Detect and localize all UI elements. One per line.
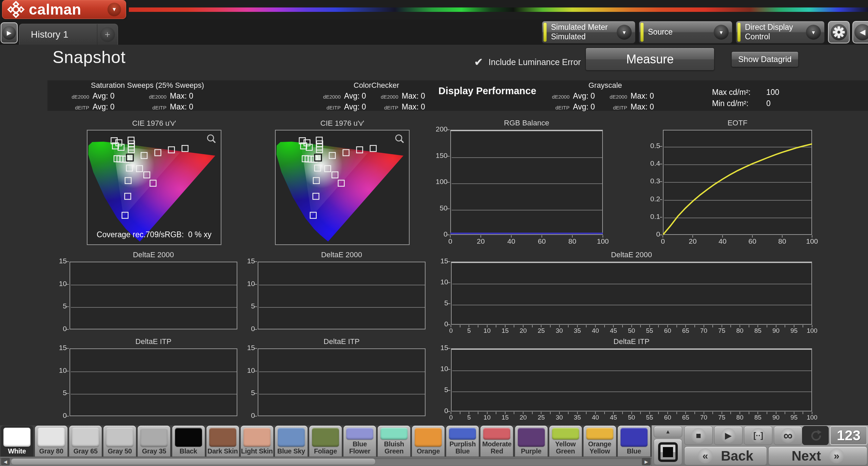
scroll-left-button[interactable]: ◀ bbox=[1, 458, 10, 465]
deitp_sat-ytick-label: 10 bbox=[51, 366, 67, 374]
step-range-button[interactable]: [··] bbox=[744, 426, 772, 445]
swatch-label: Blue Sky bbox=[277, 447, 305, 457]
zoom-icon[interactable] bbox=[208, 135, 215, 143]
swatch-tab-white[interactable]: White bbox=[1, 426, 33, 457]
pattern-window-icon bbox=[658, 442, 678, 462]
swatch-tab-black[interactable]: Black bbox=[172, 426, 205, 457]
de2000_gs-ytick-label: 5 bbox=[432, 299, 448, 307]
color-swatch bbox=[483, 428, 510, 440]
swatch-tab-light-skin[interactable]: Light Skin bbox=[241, 426, 273, 457]
loop-continuous-button[interactable]: ∞ bbox=[774, 426, 802, 445]
pattern-counter: 123 bbox=[830, 426, 867, 445]
stop-button[interactable]: ■ bbox=[684, 426, 713, 445]
color-swatch bbox=[140, 428, 167, 447]
swatch-label: Purple bbox=[520, 447, 541, 457]
swatch-tab-bluish-green[interactable]: Bluish Green bbox=[378, 426, 410, 457]
de2000_gs-xtick-label: 55 bbox=[639, 327, 660, 335]
eotf-ytick-label: 0.3 bbox=[644, 177, 660, 185]
swatch-tab-blue[interactable]: Blue bbox=[618, 426, 650, 457]
color-swatch bbox=[106, 428, 133, 447]
de2000_gs-xtick-label: 50 bbox=[622, 327, 642, 335]
de2000_cc-ytick-label: 10 bbox=[239, 280, 255, 288]
de2000_gs-ytick-label: 10 bbox=[432, 278, 448, 286]
rgb_balance-xtick-label: 100 bbox=[593, 237, 613, 245]
swatch-label: Gray 65 bbox=[73, 447, 98, 457]
deitp_gs-xtick-label: 100 bbox=[802, 414, 822, 421]
de2000_cc-plot bbox=[258, 262, 426, 329]
deitp_gs-xtick-label: 35 bbox=[567, 414, 588, 421]
swatch-tab-orange[interactable]: Orange bbox=[412, 426, 445, 457]
deitp_sat-plot bbox=[70, 348, 237, 416]
rgb_balance-ytick-label: 50 bbox=[431, 204, 448, 212]
swatch-label: Yellow Green bbox=[549, 440, 582, 457]
color-swatch bbox=[38, 428, 65, 447]
double-chevron-left-icon: « bbox=[703, 450, 708, 462]
de2000_gs-xtick-label: 70 bbox=[694, 327, 714, 335]
play-icon: ▶ bbox=[725, 430, 732, 441]
triangle-right-icon: ▶ bbox=[645, 459, 648, 464]
swatch-page-up-button[interactable]: ▲ bbox=[654, 426, 682, 438]
pattern-swatch-strip: WhiteGray 80Gray 65Gray 50Gray 35BlackDa… bbox=[0, 425, 652, 457]
cie1-canvas bbox=[87, 130, 221, 244]
deitp_gs-xtick-label: 20 bbox=[513, 414, 533, 421]
rgb_balance-xtick-label: 80 bbox=[562, 237, 583, 245]
eotf-ytick-label: 0.5 bbox=[644, 142, 660, 150]
deitp_gs-xtick-label: 75 bbox=[712, 414, 732, 421]
deitp_gs-xtick-label: 70 bbox=[694, 414, 714, 421]
color-swatch bbox=[620, 428, 648, 447]
swatch-tab-foliage[interactable]: Foliage bbox=[309, 426, 342, 457]
swatch-tab-yellow-green[interactable]: Yellow Green bbox=[549, 426, 582, 457]
swatch-tab-gray-80[interactable]: Gray 80 bbox=[35, 426, 67, 457]
pattern-window-button[interactable] bbox=[654, 439, 682, 465]
color-swatch bbox=[586, 428, 613, 440]
swatch-label: Gray 50 bbox=[107, 447, 132, 457]
deitp_gs-xtick-label: 5 bbox=[459, 414, 479, 421]
next-button[interactable]: Next » bbox=[768, 446, 867, 465]
swatch-label: Orange bbox=[416, 447, 440, 457]
de2000_gs-xtick-label: 65 bbox=[675, 327, 696, 335]
rgb_balance-xtick-label: 40 bbox=[501, 237, 521, 245]
swatch-tab-gray-50[interactable]: Gray 50 bbox=[103, 426, 136, 457]
cie1-plot bbox=[87, 130, 221, 245]
deitp_gs-xtick-label: 90 bbox=[766, 414, 786, 421]
color-swatch bbox=[449, 428, 476, 440]
charts-area: CIE 1976 u'v' bbox=[0, 0, 868, 466]
deitp_cc-ytick-label: 5 bbox=[239, 389, 255, 397]
swatch-tab-gray-65[interactable]: Gray 65 bbox=[69, 426, 102, 457]
scroll-right-button[interactable]: ▶ bbox=[642, 458, 651, 465]
swatch-tab-gray-35[interactable]: Gray 35 bbox=[138, 426, 170, 457]
deitp_sat-ytick-label: 0 bbox=[51, 411, 67, 420]
swatch-tab-blue-sky[interactable]: Blue Sky bbox=[275, 426, 308, 457]
eotf-ytick-label: 0.1 bbox=[644, 212, 660, 221]
refresh-button[interactable] bbox=[802, 426, 829, 445]
swatch-tab-purplish-blue[interactable]: Purplish Blue bbox=[446, 426, 479, 457]
swatch-tab-dark-skin[interactable]: Dark Skin bbox=[206, 426, 239, 457]
eotf-xtick-label: 80 bbox=[772, 237, 792, 245]
swatch-tab-purple[interactable]: Purple bbox=[515, 426, 548, 457]
deitp_gs-xtick-label: 30 bbox=[549, 414, 570, 421]
eotf-series bbox=[663, 130, 812, 235]
deitp_gs-ytick-label: 10 bbox=[432, 365, 448, 373]
zoom-icon[interactable] bbox=[396, 135, 403, 143]
next-button-label: Next bbox=[792, 448, 821, 464]
rgb_balance-ytick-label: 200 bbox=[431, 125, 448, 133]
play-button[interactable]: ▶ bbox=[714, 426, 743, 445]
swatch-scrollbar[interactable]: ◀ ▶ bbox=[0, 458, 652, 466]
rgb_balance-xtick-label: 20 bbox=[471, 237, 491, 245]
de2000_sat-ytick-label: 15 bbox=[51, 257, 67, 265]
swatch-label: Purplish Blue bbox=[446, 440, 479, 457]
swatch-tab-orange-yellow[interactable]: Orange Yellow bbox=[584, 426, 616, 457]
deitp_sat-title: DeltaE ITP bbox=[70, 337, 237, 346]
deitp_gs-ytick-label: 15 bbox=[432, 344, 448, 352]
deitp_gs-xtick-label: 65 bbox=[675, 414, 696, 421]
swatch-tab-blue-flower[interactable]: Blue Flower bbox=[343, 426, 376, 457]
de2000_gs-xtick-label: 15 bbox=[495, 327, 515, 335]
triangle-up-icon: ▲ bbox=[665, 429, 671, 435]
back-button[interactable]: « Back bbox=[684, 446, 767, 465]
deitp_cc-plot bbox=[258, 348, 426, 416]
color-swatch bbox=[415, 428, 442, 447]
swatch-tab-moderate-red[interactable]: Moderate Red bbox=[480, 426, 513, 457]
scrollbar-thumb[interactable] bbox=[11, 458, 376, 465]
rgb_balance-title: RGB Balance bbox=[450, 119, 603, 127]
rgb_balance-xtick-label: 0 bbox=[440, 237, 460, 245]
